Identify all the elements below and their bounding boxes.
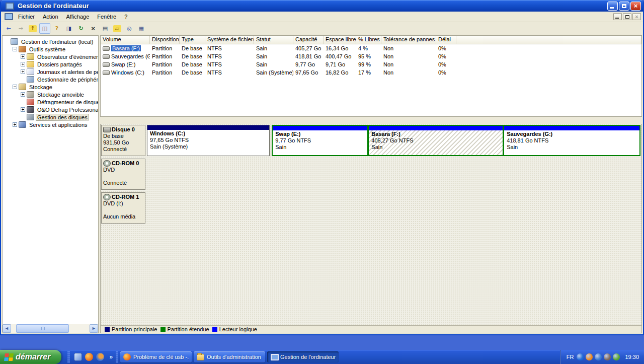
volume-icon[interactable] xyxy=(604,353,611,360)
volume-row[interactable]: Swap (E:)PartitionDe baseNTFSSain9,77 Go… xyxy=(101,60,641,68)
window-controls: × xyxy=(607,2,641,11)
tree-item-storage[interactable]: Stockage xyxy=(3,83,98,91)
desktop-background[interactable] xyxy=(0,335,644,350)
swirl-icon[interactable] xyxy=(96,353,104,361)
expander-plus-icon[interactable] xyxy=(21,92,25,97)
tree-item-services[interactable]: Services et applications xyxy=(3,121,98,128)
start-button[interactable]: démarrer xyxy=(0,350,61,364)
minimize-icon xyxy=(610,7,614,9)
tree-item-oo-defrag[interactable]: O&O Defrag Professional Ed xyxy=(3,106,98,113)
scroll-thumb[interactable] xyxy=(16,324,69,333)
mail-icon[interactable] xyxy=(74,353,82,361)
expander-plus-icon[interactable] xyxy=(21,107,25,112)
tools-wrench-icon[interactable] xyxy=(595,353,602,360)
partition-sauvegardesg[interactable]: Sauvegardes (G:)418,81 Go NTFSSain xyxy=(504,126,639,155)
taskbar-button-computer[interactable]: Gestion de l'ordinateur xyxy=(267,351,339,362)
menu-fichier[interactable]: Fichier xyxy=(14,12,39,21)
column-header-disposition[interactable]: Disposition xyxy=(150,36,180,44)
minimize-button[interactable] xyxy=(613,13,622,20)
clock[interactable]: 19:30 xyxy=(625,354,639,360)
menu-action[interactable]: Action xyxy=(39,12,62,21)
taskbar-separator[interactable] xyxy=(116,351,118,362)
restore-button[interactable] xyxy=(623,13,631,20)
scroll-right-button[interactable]: ► xyxy=(90,324,98,333)
partition-basaraf[interactable]: Basara (F:)405,27 Go NTFSSain xyxy=(369,126,503,155)
scroll-track[interactable] xyxy=(11,324,90,333)
partition-name: Sauvegardes (G:) xyxy=(507,131,637,137)
volume-cell: Sain xyxy=(254,45,293,51)
tree-item-label: Outils système xyxy=(28,46,66,52)
safely-remove-icon[interactable] xyxy=(613,353,620,360)
disk-label[interactable]: Disque 0De base931,50 GoConnecté xyxy=(101,125,145,156)
close-icon: × xyxy=(631,2,640,10)
menu-?[interactable]: ? xyxy=(120,12,131,21)
column-header-espacelibre[interactable]: Espace libre xyxy=(324,36,356,44)
menu-affichage[interactable]: Affichage xyxy=(62,12,94,21)
partition-swape[interactable]: Swap (E:)9,77 Go NTFSSain xyxy=(273,126,367,155)
tree-item-perf-logs[interactable]: Journaux et alertes de perfo xyxy=(3,68,98,76)
up-folder-button[interactable]: ↑ xyxy=(27,23,38,34)
tree-item-shared-folder[interactable]: Dossiers partagés xyxy=(3,60,98,68)
open-folder-button[interactable]: ▱ xyxy=(112,23,123,34)
back-button[interactable]: ← xyxy=(3,23,14,34)
tree-item-computer[interactable]: Gestion de l'ordinateur (local) xyxy=(3,38,98,45)
minimize-button[interactable] xyxy=(607,2,618,11)
forward-button[interactable]: → xyxy=(15,23,26,34)
tree-item-removable[interactable]: Stockage amovible xyxy=(3,91,98,98)
column-header-type[interactable]: Type xyxy=(180,36,205,44)
volume-row[interactable]: Basara (F:)PartitionDe baseNTFSSain405,2… xyxy=(101,44,641,52)
column-header-systmedefichiers[interactable]: Système de fichiers xyxy=(205,36,254,44)
volume-row[interactable]: Windows (C:)PartitionDe baseNTFSSain (Sy… xyxy=(101,68,641,77)
close-button[interactable]: × xyxy=(630,2,641,11)
column-header-volume[interactable]: Volume xyxy=(101,36,150,44)
taskbar-button-folder[interactable]: Outils d'administration xyxy=(194,351,265,362)
menu-fentre[interactable]: Fenêtre xyxy=(93,12,120,21)
tree-item-device-manager[interactable]: Gestionnaire de périphérique xyxy=(3,76,98,83)
console-help-button[interactable]: ▦ xyxy=(136,23,147,34)
tree-horizontal-scrollbar[interactable]: ◄ ► xyxy=(3,324,98,333)
tree-item-event-viewer[interactable]: Observateur d'événements xyxy=(3,53,98,60)
language-bar-icon[interactable] xyxy=(577,353,584,360)
show-detail-pane-button[interactable]: ◨ xyxy=(63,23,74,34)
tree-item-disk-mgmt[interactable]: Gestion des disques xyxy=(3,113,98,121)
properties-icon: ▤ xyxy=(101,25,109,32)
partition-windowsc[interactable]: Windows (C:)97,65 Go NTFSSain (Système) xyxy=(147,125,270,156)
taskbar-separator[interactable] xyxy=(67,351,70,362)
tree-item-defrag[interactable]: Défragmenteur de disque xyxy=(3,98,98,106)
firefox-icon[interactable] xyxy=(85,353,93,361)
pane-splitter[interactable] xyxy=(100,117,642,124)
tree-item-tools[interactable]: Outils système xyxy=(3,45,98,53)
expander-plus-icon[interactable] xyxy=(21,62,25,66)
taskbar-button-firefox[interactable]: Problème de clé usb -... xyxy=(120,351,192,362)
column-header-%libres[interactable]: % Libres xyxy=(356,36,381,44)
partition-name: Windows (C:) xyxy=(150,130,267,137)
close-button[interactable]: × xyxy=(632,13,641,20)
expander-plus-icon[interactable] xyxy=(21,54,25,59)
quick-launch-overflow-chevron[interactable]: » xyxy=(107,353,115,360)
column-header-capacit[interactable]: Capacité xyxy=(293,36,324,44)
column-header-dlai[interactable]: Délai xyxy=(436,36,456,44)
title-bar[interactable]: Gestion de l'ordinateur × xyxy=(1,0,643,12)
show-console-tree-button[interactable]: ◫ xyxy=(39,23,50,34)
restore-button[interactable] xyxy=(619,2,629,11)
properties-button[interactable]: ▤ xyxy=(100,23,111,34)
refresh-button[interactable]: ↻ xyxy=(75,23,87,34)
expander-plus-icon[interactable] xyxy=(13,122,17,127)
disk-label[interactable]: CD-ROM 0DVD Connecté xyxy=(101,159,145,190)
volume-row[interactable]: Sauvegardes (G:)PartitionDe baseNTFSSain… xyxy=(101,52,641,60)
volume-cell: Sain (Système) xyxy=(254,69,293,76)
column-header-tolrancedepannes[interactable]: Tolérance de pannes xyxy=(381,36,436,44)
update-ball-icon[interactable] xyxy=(586,353,593,360)
delete-button[interactable]: × xyxy=(88,23,99,34)
volume-cell: 0% xyxy=(436,53,456,59)
computer-management-window: Gestion de l'ordinateur × FichierActionA… xyxy=(0,0,644,335)
display-button[interactable]: ◎ xyxy=(124,23,135,34)
expander-minus-icon[interactable] xyxy=(13,85,17,89)
expander-minus-icon[interactable] xyxy=(13,47,17,51)
help-topic-button[interactable]: ? xyxy=(51,23,62,34)
expander-plus-icon[interactable] xyxy=(21,69,25,74)
scroll-left-button[interactable]: ◄ xyxy=(3,324,11,333)
column-header-statut[interactable]: Statut xyxy=(254,36,293,44)
language-indicator[interactable]: FR xyxy=(567,354,574,360)
disk-label[interactable]: CD-ROM 1DVD (I:) Aucun média xyxy=(101,192,145,224)
